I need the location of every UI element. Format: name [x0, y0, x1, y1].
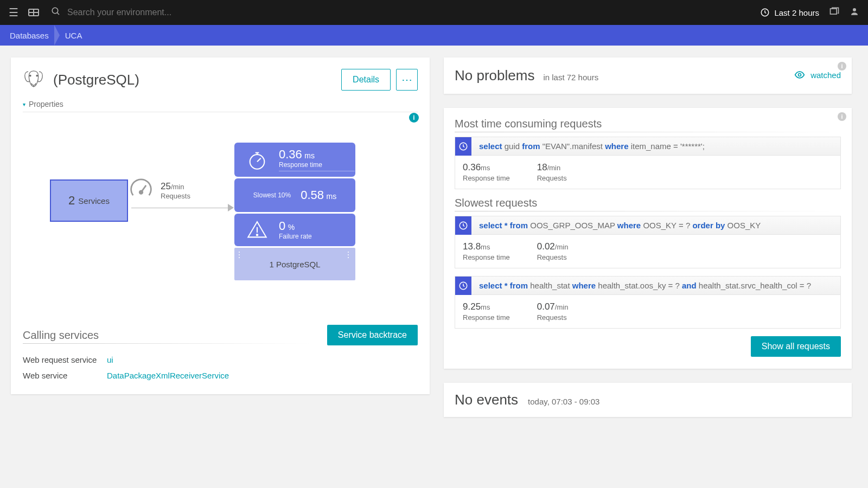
failure-rate-unit: % [288, 223, 295, 232]
breadcrumb-databases[interactable]: Databases [7, 31, 52, 40]
svg-point-4 [853, 8, 856, 11]
eye-icon [794, 69, 805, 80]
requests-value: 25 [161, 181, 171, 191]
time-range-label: Last 2 hours [774, 8, 819, 17]
svg-point-8 [139, 191, 143, 194]
request-sql-row[interactable]: select * from health_stat where health_s… [455, 277, 840, 295]
sql-icon [455, 277, 471, 295]
svg-point-14 [257, 234, 258, 236]
svg-point-6 [36, 75, 38, 76]
response-time-value: 0.36 [279, 147, 302, 161]
breadcrumb: Databases UCA [0, 25, 868, 46]
response-time-label: Response time [279, 161, 355, 169]
show-all-requests-button[interactable]: Show all requests [751, 336, 841, 357]
failure-rate-tile[interactable]: 0 % Failure rate [234, 214, 355, 246]
calling-row-key: Web request service [23, 355, 107, 364]
service-backtrace-button[interactable]: Service backtrace [327, 325, 418, 345]
watched-toggle[interactable]: watched [794, 69, 841, 80]
hamburger-icon[interactable]: ☰ [9, 6, 18, 19]
svg-point-0 [52, 8, 58, 14]
requests-unit: /min [171, 183, 184, 191]
user-icon[interactable] [850, 7, 859, 18]
slowest-10-label: Slowest 10% [253, 191, 291, 199]
most-time-heading: Most time consuming requests [455, 118, 841, 130]
svg-point-15 [799, 74, 801, 76]
svg-line-10 [257, 158, 261, 162]
request-sql-row[interactable]: select * from OOS_GRP_OOS_MAP where OOS_… [455, 216, 840, 235]
breadcrumb-sep-icon [54, 25, 60, 46]
search-icon [51, 7, 61, 19]
info-icon[interactable]: i [409, 113, 419, 123]
problems-card: i No problems in last 72 hours watched [444, 57, 852, 94]
chevron-down-icon: ▾ [23, 101, 25, 107]
svg-point-5 [30, 75, 31, 76]
slowest-heading: Slowest requests [455, 197, 841, 209]
gauge-icon [129, 178, 153, 202]
request-item: select * from health_stat where health_s… [455, 276, 841, 329]
more-button[interactable]: ⋯ [396, 69, 418, 91]
calling-service-link[interactable]: ui [107, 355, 418, 364]
requests-label: Requests [161, 192, 190, 200]
postgresql-node-label: 1 PostgreSQL [269, 260, 320, 269]
events-sub: today, 07:03 - 09:03 [528, 397, 599, 406]
failure-rate-label: Failure rate [279, 233, 312, 240]
dashboard-icon[interactable] [28, 9, 39, 16]
topbar: ☰ Last 2 hours [0, 0, 868, 25]
request-item: select guid from "EVAN".manifest where i… [455, 137, 841, 189]
response-time-tile[interactable]: 0.36 ms Response time [234, 143, 355, 177]
services-label: Services [78, 196, 110, 206]
svg-rect-3 [831, 9, 837, 14]
properties-label: Properties [29, 100, 63, 108]
sql-icon [455, 216, 471, 235]
slowest-10-tile[interactable]: Slowest 10% 0.58 ms [234, 178, 355, 212]
events-title: No events [455, 391, 518, 408]
calling-row-key: Web service [23, 371, 107, 380]
response-time-unit: ms [304, 151, 315, 160]
info-icon[interactable]: i [838, 62, 846, 70]
database-card: (PostgreSQL) Details ⋯ ▾ Properties i 2 … [11, 57, 430, 394]
request-sql-row[interactable]: select guid from "EVAN".manifest where i… [455, 137, 840, 156]
services-count: 2 [68, 194, 75, 208]
postgresql-icon [23, 67, 44, 92]
calling-service-link[interactable]: DataPackageXmlReceiverService [107, 371, 418, 380]
service-flow-diagram: 2 Services 25/min Requests [23, 125, 418, 310]
watched-label: watched [810, 70, 841, 80]
warning-icon [246, 219, 268, 241]
sql-icon [455, 137, 471, 156]
clock-icon [760, 8, 770, 17]
slowest-10-unit: ms [326, 192, 336, 201]
windows-icon[interactable] [829, 6, 840, 19]
db-title: (PostgreSQL) [53, 72, 139, 88]
problems-sub: in last 72 hours [543, 73, 598, 82]
breadcrumb-uca[interactable]: UCA [62, 31, 86, 40]
failure-rate-value: 0 [279, 219, 285, 233]
problems-title: No problems [455, 67, 534, 84]
requests-card: i Most time consuming requests select gu… [444, 108, 852, 369]
slowest-10-value: 0.58 [301, 188, 324, 202]
calling-services-heading: Calling services [23, 329, 327, 342]
services-node[interactable]: 2 Services [50, 179, 128, 222]
stopwatch-icon [246, 149, 268, 171]
svg-line-1 [57, 12, 59, 15]
request-item: select * from OOS_GRP_OOS_MAP where OOS_… [455, 216, 841, 268]
time-range-selector[interactable]: Last 2 hours [760, 8, 819, 17]
details-button[interactable]: Details [341, 69, 391, 91]
events-card: No events today, 07:03 - 09:03 [444, 383, 852, 417]
postgresql-node[interactable]: 1 PostgreSQL [234, 248, 355, 280]
search-input[interactable] [67, 8, 760, 17]
properties-toggle[interactable]: ▾ Properties [23, 100, 418, 112]
